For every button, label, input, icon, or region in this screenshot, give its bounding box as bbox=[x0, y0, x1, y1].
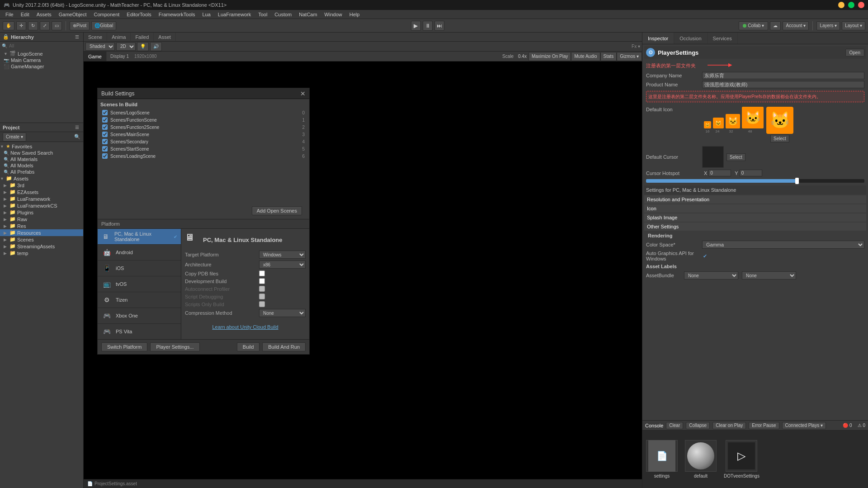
tab-scene[interactable]: Scene bbox=[84, 33, 107, 41]
scene-audio-btn[interactable]: 🔊 bbox=[150, 42, 162, 51]
console-clear-play-btn[interactable]: Clear on Play bbox=[712, 422, 746, 429]
asset-bundle-select[interactable]: None bbox=[684, 271, 738, 280]
scene-row-6[interactable]: Scenes/LoadingScene 6 bbox=[100, 152, 307, 160]
company-name-input[interactable] bbox=[702, 72, 864, 79]
shading-mode-select[interactable]: Shaded bbox=[85, 43, 115, 51]
dev-build-check[interactable] bbox=[259, 278, 265, 284]
account-button[interactable]: Account ▾ bbox=[783, 21, 809, 30]
project-menu-btn[interactable]: ☰ bbox=[74, 124, 80, 130]
scene-check-3[interactable] bbox=[102, 132, 108, 137]
tab-asset[interactable]: Asset bbox=[154, 33, 176, 41]
scene-row-3[interactable]: Scenes/MainScene 3 bbox=[100, 131, 307, 138]
hierarchy-menu-btn[interactable]: ☰ bbox=[74, 34, 80, 40]
select-icon-btn[interactable]: Select bbox=[770, 135, 789, 142]
tab-failed[interactable]: Failed bbox=[131, 33, 154, 41]
menu-frameworktools[interactable]: FrameworkTools bbox=[155, 11, 199, 18]
project-item-raw[interactable]: ▶ 📁 Raw bbox=[0, 216, 83, 223]
platform-psvita[interactable]: 🎮 PS Vita bbox=[98, 324, 181, 339]
tab-inspector[interactable]: Inspector bbox=[642, 33, 674, 44]
menu-assets[interactable]: Assets bbox=[33, 11, 55, 18]
gizmos-btn[interactable]: Gizmos ▾ bbox=[617, 52, 642, 61]
hierarchy-item-gamemanager[interactable]: ⬛ GameManager bbox=[0, 63, 83, 70]
scale-tool[interactable]: ⤢ bbox=[40, 21, 50, 30]
menu-custom[interactable]: Custom bbox=[271, 11, 295, 18]
target-platform-select[interactable]: Windows bbox=[259, 251, 306, 259]
project-item-temp[interactable]: ▶ 📁 temp bbox=[0, 250, 83, 256]
scene-check-1[interactable] bbox=[102, 117, 108, 123]
project-item-luaframework[interactable]: ▶ 📁 LuaFramework bbox=[0, 195, 83, 202]
favorites-group[interactable]: ▼ ★ Favorites bbox=[0, 143, 83, 150]
menu-window[interactable]: Window bbox=[321, 11, 346, 18]
pivot-button[interactable]: ⊕ Pivot bbox=[70, 21, 90, 30]
create-button[interactable]: Create ▾ bbox=[3, 133, 26, 142]
project-item-scenes[interactable]: ▶ 📁 Scenes bbox=[0, 236, 83, 243]
scene-row-4[interactable]: Scenes/Secondary 4 bbox=[100, 138, 307, 145]
menu-luaframework[interactable]: LuaFramework bbox=[214, 11, 255, 18]
close-button[interactable] bbox=[858, 2, 864, 8]
rect-tool[interactable]: ▭ bbox=[52, 21, 62, 30]
menu-component[interactable]: Component bbox=[90, 11, 123, 18]
project-item-all-prefabs[interactable]: 🔍 All Prefabs bbox=[0, 169, 83, 175]
menu-editortools[interactable]: EditorTools bbox=[123, 11, 155, 18]
tab-anima[interactable]: Anima bbox=[107, 33, 131, 41]
menu-help[interactable]: Help bbox=[346, 11, 363, 18]
platform-xbox[interactable]: 🎮 Xbox One bbox=[98, 308, 181, 324]
platform-pc[interactable]: 🖥 PC, Mac & Linux Standalone ✔ bbox=[98, 229, 181, 245]
scene-row-5[interactable]: Scenes/StartScene 5 bbox=[100, 145, 307, 152]
layers-button[interactable]: Layers ▾ bbox=[816, 21, 840, 30]
hierarchy-item-maincamera[interactable]: 📷 Main Camera bbox=[0, 57, 83, 63]
platform-tizen[interactable]: ⚙ Tizen bbox=[98, 292, 181, 308]
console-collapse-btn[interactable]: Collapse bbox=[686, 422, 710, 429]
minimize-button[interactable] bbox=[838, 2, 844, 8]
resolution-section[interactable]: Resolution and Presentation bbox=[644, 195, 866, 204]
console-connected-btn[interactable]: Connected Plays ▾ bbox=[782, 422, 826, 429]
architecture-select[interactable]: x86 bbox=[259, 261, 306, 269]
console-error-pause-btn[interactable]: Error Pause bbox=[749, 422, 779, 429]
icon-section[interactable]: Icon bbox=[644, 204, 866, 213]
product-name-input[interactable] bbox=[702, 81, 864, 88]
compression-select[interactable]: None bbox=[259, 309, 306, 317]
asset-item-dotween[interactable]: ▷ DOTveenSettings bbox=[724, 440, 760, 479]
scene-light-btn[interactable]: 💡 bbox=[137, 42, 149, 51]
other-section[interactable]: Other Settings bbox=[644, 223, 866, 231]
build-btn[interactable]: Build bbox=[237, 342, 259, 351]
menu-edit[interactable]: Edit bbox=[17, 11, 33, 18]
project-item-all-models[interactable]: 🔍 All Models bbox=[0, 162, 83, 169]
project-item-ezassets[interactable]: ▶ 📁 EZAssets bbox=[0, 189, 83, 195]
color-space-select[interactable]: Gamma bbox=[702, 241, 864, 249]
menu-file[interactable]: File bbox=[2, 11, 17, 18]
maximize-button[interactable] bbox=[848, 2, 854, 8]
splash-section[interactable]: Splash Image bbox=[644, 213, 866, 222]
platform-android[interactable]: 🤖 Android bbox=[98, 245, 181, 261]
inspector-open-btn[interactable]: Open bbox=[845, 49, 864, 57]
mute-audio-btn[interactable]: Mute Audio bbox=[571, 52, 600, 61]
step-button[interactable]: ⏭ bbox=[434, 21, 444, 31]
platform-ios[interactable]: 📱 iOS bbox=[98, 261, 181, 276]
hotspot-x-input[interactable] bbox=[708, 170, 731, 176]
project-item-3rd[interactable]: ▶ 📁 3rd bbox=[0, 182, 83, 189]
play-button[interactable]: ▶ bbox=[411, 21, 421, 31]
asset-item-default[interactable]: default bbox=[685, 440, 717, 479]
build-and-run-btn[interactable]: Build And Run bbox=[262, 342, 306, 351]
menu-gameobject[interactable]: GameObject bbox=[55, 11, 90, 18]
hierarchy-scene-root[interactable]: ▼ 🎬 LogoScene bbox=[0, 50, 83, 57]
scene-check-4[interactable] bbox=[102, 139, 108, 144]
hand-tool[interactable]: ✋ bbox=[3, 21, 14, 30]
menu-lua[interactable]: Lua bbox=[198, 11, 214, 18]
cloud-build-link[interactable]: Learn about Unity Cloud Build bbox=[185, 324, 306, 330]
scene-check-2[interactable] bbox=[102, 124, 108, 130]
build-dialog-close[interactable]: ✕ bbox=[300, 90, 306, 97]
scene-check-6[interactable] bbox=[102, 153, 108, 159]
collab-button[interactable]: Collab ▾ bbox=[739, 21, 768, 30]
select-cursor-btn[interactable]: Select bbox=[726, 153, 745, 161]
switch-platform-btn[interactable]: Switch Platform bbox=[101, 342, 147, 351]
add-open-scenes-btn[interactable]: Add Open Scenes bbox=[252, 206, 302, 215]
project-item-resources[interactable]: ▶ 📁 Resources bbox=[0, 229, 83, 236]
player-settings-btn[interactable]: Player Settings... bbox=[150, 342, 199, 351]
asset-bundle-variant-select[interactable]: None bbox=[742, 271, 796, 280]
project-item-plugins[interactable]: ▶ 📁 Plugins bbox=[0, 209, 83, 216]
project-item-res[interactable]: ▶ 📁 Res bbox=[0, 223, 83, 229]
hotspot-y-input[interactable] bbox=[740, 170, 762, 176]
scene-check-0[interactable] bbox=[102, 110, 108, 115]
tab-game[interactable]: Game bbox=[84, 52, 107, 61]
